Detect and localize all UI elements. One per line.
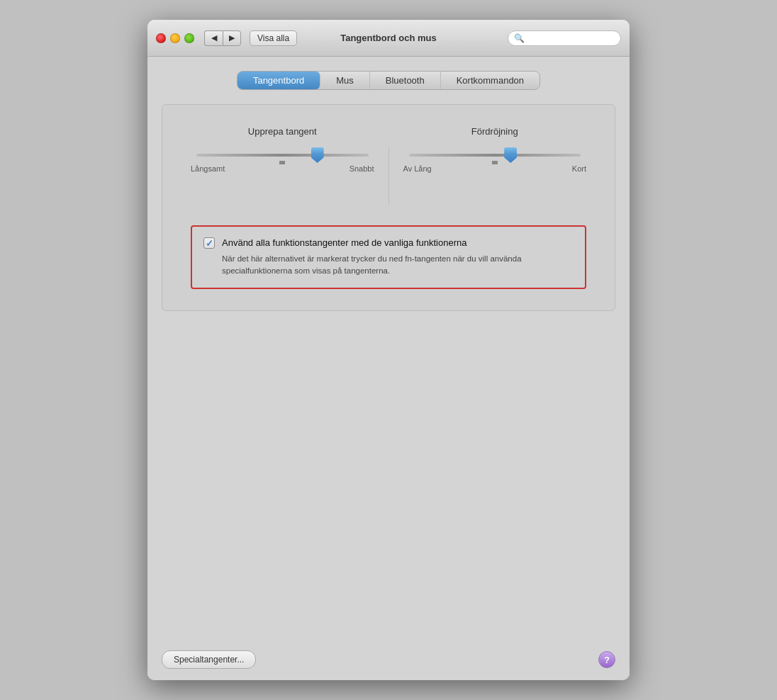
tab-bluetooth[interactable]: Bluetooth [370, 72, 441, 89]
repeat-min-label: Långsamt [191, 164, 225, 173]
minimize-button[interactable] [170, 33, 180, 43]
delay-min-label: Av Lång [403, 164, 432, 173]
repeat-slider-labels: Långsamt Snabbt [191, 164, 374, 173]
repeat-slider-label: Upprepa tangent [248, 126, 317, 137]
main-window: ◀ ▶ Visa alla Tangentbord och mus 🔍 Tang… [147, 20, 630, 680]
search-icon: 🔍 [514, 33, 525, 43]
tab-bar: Tangentbord Mus Bluetooth Kortkommandon [162, 71, 615, 90]
forward-button[interactable]: ▶ [223, 30, 241, 46]
checkbox-text-group: Använd alla funktionstangenter med de va… [222, 237, 574, 278]
repeat-max-label: Snabbt [350, 164, 374, 173]
help-button[interactable]: ? [598, 651, 615, 668]
titlebar: ◀ ▶ Visa alla Tangentbord och mus 🔍 [147, 20, 630, 57]
checkbox-row: ✓ Använd alla funktionstangenter med de … [203, 237, 574, 278]
checkbox-description: När det här alternativet är markerat try… [222, 253, 574, 278]
repeat-ticks [272, 159, 292, 164]
repeat-slider[interactable] [196, 154, 369, 157]
tab-container: Tangentbord Mus Bluetooth Kortkommandon [237, 71, 540, 90]
tab-mus[interactable]: Mus [320, 72, 370, 89]
search-box: 🔍 [508, 30, 621, 46]
checkbox-section: ✓ Använd alla funktionstangenter med de … [191, 225, 586, 289]
content-area: Tangentbord Mus Bluetooth Kortkommandon … [147, 57, 630, 680]
back-button[interactable]: ◀ [204, 30, 223, 46]
close-button[interactable] [156, 33, 166, 43]
tab-tangentbord[interactable]: Tangentbord [237, 72, 320, 89]
bottom-bar: Specialtangenter... ? [162, 650, 615, 669]
tab-kortkommandon[interactable]: Kortkommandon [441, 72, 540, 89]
maximize-button[interactable] [184, 33, 194, 43]
main-panel: Upprepa tangent [162, 104, 615, 311]
nav-buttons: ◀ ▶ [204, 30, 241, 46]
traffic-lights [156, 33, 194, 43]
repeat-slider-group: Upprepa tangent [191, 126, 374, 173]
delay-slider[interactable] [409, 154, 581, 157]
delay-slider-group: Fördröjning Av [403, 126, 587, 173]
window-title: Tangentbord och mus [340, 33, 437, 43]
checkbox-main-label: Använd alla funktionstangenter med de va… [222, 237, 574, 249]
divider [388, 147, 389, 204]
delay-slider-labels: Av Lång Kort [403, 164, 587, 173]
delay-max-label: Kort [572, 164, 586, 173]
special-keys-button[interactable]: Specialtangenter... [162, 650, 256, 669]
delay-ticks [485, 159, 505, 164]
repeat-slider-wrapper [191, 147, 374, 159]
sliders-section: Upprepa tangent [191, 126, 586, 204]
delay-slider-label: Fördröjning [471, 126, 518, 137]
search-input[interactable] [527, 33, 615, 43]
fn-keys-checkbox[interactable]: ✓ [203, 237, 215, 249]
checkmark-icon: ✓ [206, 238, 213, 249]
delay-slider-wrapper [403, 147, 587, 159]
show-all-button[interactable]: Visa alla [250, 30, 297, 46]
